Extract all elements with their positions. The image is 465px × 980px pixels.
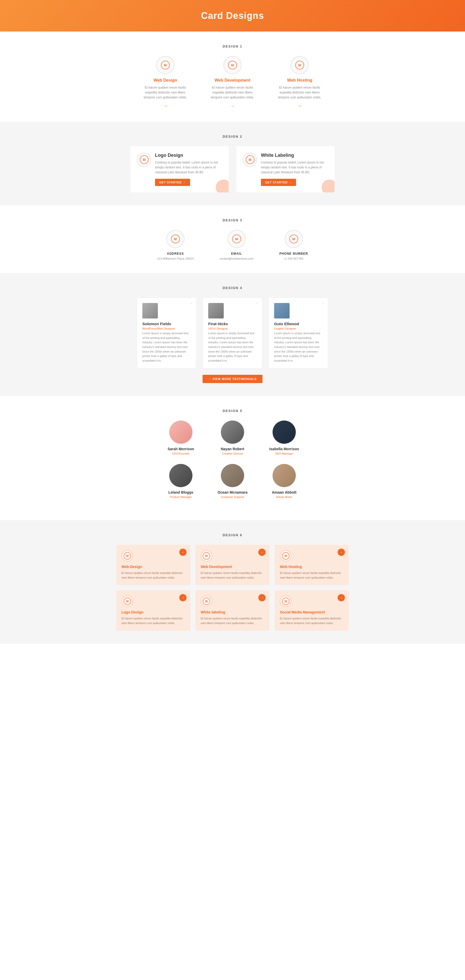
d5-name-isabella: Isabella Morrison [266,447,302,451]
svg-text:M: M [284,600,287,603]
d5-role-amaan: Article Writer [266,495,302,498]
d5-role-isabella: SEO Manager [266,452,302,455]
d6-card-2: M → Web Hosting Et harum quidem rerum fa… [275,545,349,585]
d3-service-icon-0: M [171,234,180,243]
d3-card-value-0: 113 Williamson Plaza, 09014 [157,257,194,260]
design1-label: DESIGN 1 [21,45,444,48]
d4-name-2: Guto Ellwood [274,321,323,326]
service-icon-1: M [228,60,237,70]
design5-section: DESIGN 5 Sarah Morrison CEO/Founder Naya… [0,396,465,520]
d2-btn-1[interactable]: GET STARTED → [261,179,296,186]
page-header: Card Designs [0,0,465,32]
svg-text:M: M [164,64,167,67]
d6-arrow-2[interactable]: → [338,549,345,556]
service-icon-0: M [161,60,170,70]
d6-arrow-4[interactable]: → [258,594,266,601]
d5-name-sarah: Sarah Morrison [163,447,199,451]
d6-service-icon-1: M [202,552,210,560]
d5-avatar-ocean [221,464,244,487]
d6-arrow-5[interactable]: → [338,594,345,601]
d6-card-title-5: Social Media Management [280,610,344,614]
d4-desc-2: Lorem Ipsum is simply dummied text of th… [274,331,323,363]
svg-text:M: M [205,600,208,603]
d4-quote-1: " [256,302,258,308]
d4-card-0: " Solomon Fields WordPress/Web Designer … [137,298,196,368]
d2-icon-wrap-1: M [243,153,257,167]
design1-section: DESIGN 1 M Web Design Et harum quidem re… [0,32,465,122]
d6-card-5: M → Social Media Management Et harum qui… [275,590,349,630]
design5-row1: Sarah Morrison CEO/Founder Nayan Robert … [142,420,323,456]
d6-icon-wrap-1: M [201,550,212,562]
d5-avatar-leland [169,464,193,487]
d6-arrow-0[interactable]: → [179,549,186,556]
design5-label: DESIGN 5 [21,409,444,413]
d6-card-desc-2: Et harum quidem rerum facilis expedita d… [280,571,344,580]
d1-card-1: M Web Development Et harum quidem rerum … [207,56,258,109]
d2-card-desc-0: Contrary to popular belief, Lorem Ipsum … [155,160,222,175]
svg-text:M: M [248,158,252,162]
d2-service-icon-0: M [140,155,149,164]
d2-card-1: M White Labeling Contrary to popular bel… [236,146,334,193]
d2-card-title-1: White Labeling [261,153,328,158]
d4-desc-0: Lorem Ipsum is simply dummied text of th… [142,331,191,363]
d1-arrow-2[interactable]: → [274,103,325,109]
svg-text:M: M [298,64,301,67]
d2-card-0: M Logo Design Contrary to popular belief… [131,146,229,193]
d1-card-0: M Web Design Et harum quidem rerum facil… [140,56,191,109]
d3-card-2: M PHONE NUMBER +1 234 567 891 [279,230,308,260]
d5-card-amaan: Amaan Abbott Article Writer [266,464,302,500]
d6-arrow-3[interactable]: → [179,594,186,601]
d3-icon-wrap-1: M [228,230,246,248]
d4-role-1: UI/UX Designer [208,327,257,330]
design6-label: DESIGN 6 [21,533,444,537]
d1-arrow-1[interactable]: → [207,103,258,109]
d4-card-2: " Guto Ellwood Graphic Designer Lorem Ip… [269,298,328,368]
svg-text:M: M [205,554,208,557]
d6-icon-wrap-2: M [280,550,291,562]
d6-card-title-2: Web Hosting [280,565,344,569]
d5-role-leland: Product Manager [163,495,199,498]
svg-text:M: M [284,554,287,557]
design2-section: DESIGN 2 M Logo Design Contrary to popul… [0,122,465,205]
d6-service-icon-3: M [124,597,131,605]
d2-btn-0[interactable]: GET STARTED → [155,179,190,186]
d2-icon-wrap-0: M [137,153,151,167]
d1-icon-wrap-1: M [223,56,242,74]
d6-card-title-0: Web Design [121,565,185,569]
d1-card-title-2: Web Hosting [274,78,325,83]
design1-grid: M Web Design Et harum quidem rerum facil… [21,56,444,109]
d6-icon-wrap-0: M [121,550,133,562]
svg-text:M: M [126,600,128,603]
d1-card-desc-0: Et harum quidem rerum facilis expedita d… [140,85,191,100]
view-more-testimonials-button[interactable]: → VIEW MORE TESTIMONIALS [202,375,262,383]
d6-card-desc-4: Et harum quidem rerum facilis expedita d… [201,616,264,625]
design2-grid: M Logo Design Contrary to popular belief… [21,146,444,193]
d6-card-title-4: White labeling [201,610,264,614]
d4-avatar-1 [208,303,224,318]
d3-card-label-0: ADDRESS [157,252,194,255]
d1-icon-wrap-0: M [156,56,174,74]
d3-card-1: M EMAIL contact@moltservices.com [220,230,254,260]
d1-card-desc-1: Et harum quidem rerum facilis expedita d… [207,85,258,100]
d1-arrow-0[interactable]: → [140,103,191,109]
d4-avatar-0 [142,303,158,318]
d6-arrow-1[interactable]: → [258,549,266,556]
d6-icon-wrap-4: M [201,595,212,607]
svg-text:M: M [143,158,145,162]
d1-card-desc-2: Et harum quidem rerum facilis expedita d… [274,85,325,100]
d4-role-2: Graphic Designer [274,327,323,330]
d6-card-3: M → Logo Design Et harum quidem rerum fa… [116,590,190,630]
d5-role-nayan: Creative Director [214,452,251,455]
design3-section: DESIGN 3 M ADDRESS 113 Williamson Plaza,… [0,205,465,273]
d5-name-nayan: Nayan Robert [214,447,251,451]
d2-content-0: Logo Design Contrary to popular belief, … [155,153,222,186]
d5-card-leland: Leland Bloggs Product Manager [163,464,199,500]
d2-content-1: White Labeling Contrary to popular belie… [261,153,328,186]
d3-card-value-2: +1 234 567 891 [279,257,308,260]
d5-avatar-isabella [272,420,296,444]
d4-desc-1: Lorem Ipsum is simply dummied text of th… [208,331,257,363]
design4-section: DESIGN 4 " Solomon Fields WordPress/Web … [0,273,465,396]
svg-text:M: M [174,237,177,241]
d6-icon-wrap-3: M [121,595,133,607]
design4-label: DESIGN 4 [21,286,444,290]
